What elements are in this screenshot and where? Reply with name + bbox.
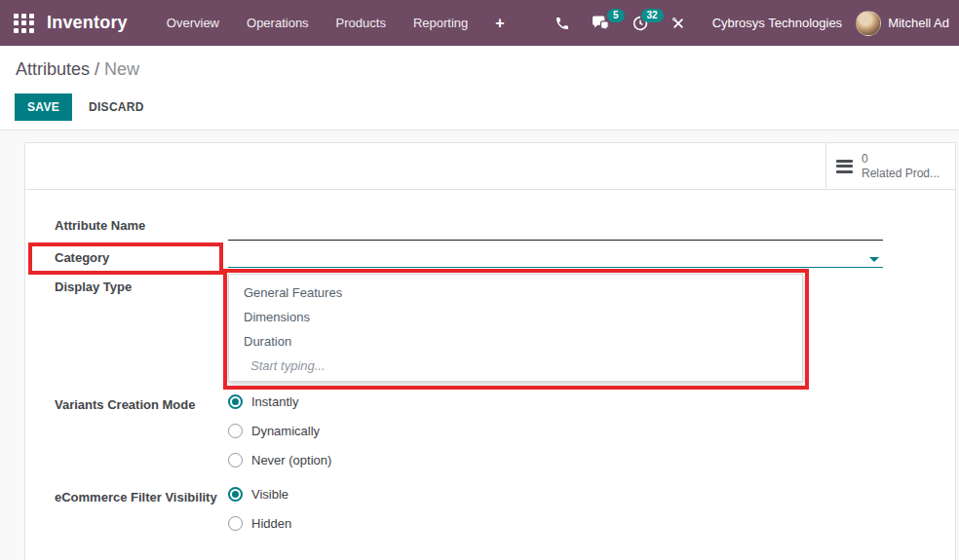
phone-icon[interactable] bbox=[544, 12, 581, 35]
sheet-header: 0 Related Prod... bbox=[25, 143, 955, 190]
breadcrumb-separator: / bbox=[90, 59, 104, 79]
radio-never-option-label: Never (option) bbox=[251, 453, 331, 467]
menu-overview[interactable]: Overview bbox=[153, 10, 233, 36]
category-input[interactable] bbox=[228, 267, 883, 268]
form-sheet: 0 Related Prod... Attribute Name Categor… bbox=[24, 142, 956, 560]
radio-never-option-control[interactable] bbox=[228, 453, 243, 467]
radio-dynamically-control[interactable] bbox=[228, 424, 243, 438]
content-area: 0 Related Prod... Attribute Name Categor… bbox=[0, 130, 959, 560]
attribute-name-input[interactable] bbox=[228, 240, 883, 241]
navbar-right: 5 32 Cybrosys Technologies Mitchell Ad bbox=[544, 11, 949, 36]
related-products-label: Related Prod... bbox=[862, 167, 940, 181]
radio-hidden[interactable]: Hidden bbox=[228, 516, 291, 531]
related-products-count: 0 bbox=[862, 152, 940, 167]
tools-icon[interactable] bbox=[660, 12, 697, 35]
apps-menu-icon[interactable] bbox=[14, 14, 34, 33]
breadcrumb-current: New bbox=[104, 59, 139, 79]
category-dropdown-menu: General Features Dimensions Duration Sta… bbox=[228, 274, 803, 382]
radio-visible-label: Visible bbox=[251, 487, 288, 502]
user-name[interactable]: Mitchell Ad bbox=[888, 16, 949, 30]
company-switcher[interactable]: Cybrosys Technologies bbox=[712, 16, 842, 30]
top-navbar: Inventory Overview Operations Products R… bbox=[0, 0, 959, 46]
messages-icon[interactable]: 5 bbox=[581, 11, 621, 35]
action-buttons: SAVE DISCARD bbox=[0, 80, 959, 132]
dropdown-option-general-features[interactable]: General Features bbox=[229, 280, 802, 305]
radio-instantly-label: Instantly bbox=[251, 394, 298, 409]
user-avatar[interactable] bbox=[856, 11, 881, 36]
app-name[interactable]: Inventory bbox=[47, 13, 128, 33]
list-icon bbox=[836, 160, 853, 173]
dropdown-option-duration[interactable]: Duration bbox=[229, 329, 802, 354]
menu-products[interactable]: Products bbox=[323, 10, 400, 36]
radio-dynamically-label: Dynamically bbox=[251, 424, 320, 438]
display-type-label: Display Type bbox=[55, 280, 132, 294]
variants-creation-mode-label: Variants Creation Mode bbox=[55, 397, 195, 412]
radio-visible-control[interactable] bbox=[228, 487, 243, 502]
radio-instantly[interactable]: Instantly bbox=[228, 394, 298, 409]
category-dropdown-caret-icon[interactable] bbox=[869, 257, 879, 262]
radio-dynamically[interactable]: Dynamically bbox=[228, 424, 320, 438]
main-menu: Overview Operations Products Reporting + bbox=[153, 10, 518, 36]
category-label: Category bbox=[55, 250, 109, 265]
radio-hidden-control[interactable] bbox=[228, 516, 243, 531]
related-products-stat-button[interactable]: 0 Related Prod... bbox=[825, 143, 955, 189]
radio-instantly-control[interactable] bbox=[228, 394, 243, 409]
discard-button[interactable]: DISCARD bbox=[89, 100, 144, 114]
breadcrumb: Attributes / New bbox=[0, 46, 959, 80]
dropdown-start-typing-hint[interactable]: Start typing... bbox=[229, 354, 802, 378]
dropdown-option-dimensions[interactable]: Dimensions bbox=[229, 305, 802, 329]
radio-visible[interactable]: Visible bbox=[228, 487, 288, 502]
menu-reporting[interactable]: Reporting bbox=[400, 10, 481, 36]
save-button[interactable]: SAVE bbox=[15, 93, 72, 121]
radio-never-option[interactable]: Never (option) bbox=[228, 453, 331, 467]
plus-menu-item[interactable]: + bbox=[481, 11, 518, 36]
ecommerce-filter-visibility-label: eCommerce Filter Visibility bbox=[55, 490, 217, 504]
radio-hidden-label: Hidden bbox=[251, 516, 291, 531]
activities-clock-icon[interactable]: 32 bbox=[621, 11, 660, 36]
menu-operations[interactable]: Operations bbox=[233, 10, 323, 36]
attribute-name-label: Attribute Name bbox=[55, 218, 145, 233]
breadcrumb-attributes-link[interactable]: Attributes bbox=[16, 59, 90, 79]
